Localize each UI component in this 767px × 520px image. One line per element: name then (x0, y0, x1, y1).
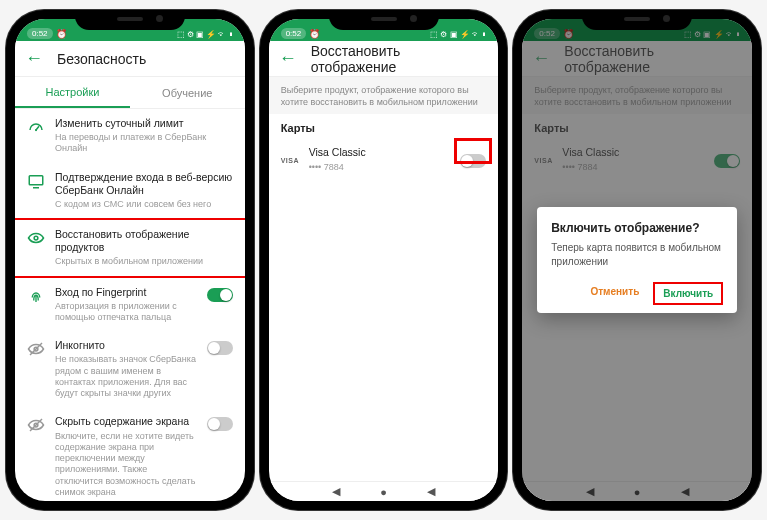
back-button[interactable]: ← (25, 48, 43, 69)
tab-settings[interactable]: Настройки (15, 77, 130, 108)
dialog-actions: Отменить Включить (551, 282, 723, 305)
status-time: 0:52 (27, 28, 53, 39)
row-hide-screen[interactable]: Скрыть содержание экрана Включите, если … (15, 407, 245, 501)
nav-home-icon[interactable]: ● (380, 486, 387, 498)
row-sub: Включите, если не хотите видеть содержан… (55, 431, 197, 499)
row-daily-limit[interactable]: Изменить суточный лимит На переводы и пл… (15, 109, 245, 163)
screen: 0:52⏰ ⬚ ⚙ ▣ ⚡ ᯤ ▮ ← Восстановить отображ… (269, 19, 499, 501)
cancel-button[interactable]: Отменить (582, 282, 647, 305)
gauge-icon (27, 118, 45, 136)
row-fingerprint[interactable]: Вход по Fingerprint Авторизация в прилож… (15, 278, 245, 332)
android-navbar: ◀ ● ◀ (269, 481, 499, 501)
row-sub: Не показывать значок СберБанка рядом с в… (55, 354, 197, 399)
row-label: Скрыть содержание экрана (55, 415, 197, 428)
card-row[interactable]: VISA Visa Classic •••• 7884 (269, 138, 499, 180)
row-label: Изменить суточный лимит (55, 117, 233, 130)
eye-icon (27, 229, 45, 247)
notch (582, 10, 692, 30)
phone-3: 0:52⏰ ⬚ ⚙ ▣ ⚡ ᯤ ▮ ← Восстановить отображ… (513, 10, 761, 510)
page-title: Восстановить отображение (311, 43, 489, 75)
notch (75, 10, 185, 30)
toggle-hide-screen[interactable] (207, 417, 233, 431)
phone-2: 0:52⏰ ⬚ ⚙ ▣ ⚡ ᯤ ▮ ← Восстановить отображ… (260, 10, 508, 510)
svg-point-2 (34, 236, 38, 240)
row-sub: С кодом из СМС или совсем без него (55, 199, 233, 210)
status-right-icons: ⬚ ⚙ ▣ ⚡ ᯤ ▮ (430, 30, 486, 39)
monitor-icon (27, 172, 45, 190)
card-name: Visa Classic (309, 146, 451, 159)
status-alarm-icon: ⏰ (309, 29, 320, 39)
highlight-box (454, 138, 492, 164)
page-title: Безопасность (57, 51, 146, 67)
fingerprint-icon (27, 287, 45, 305)
spacer (269, 181, 499, 481)
notch (329, 10, 439, 30)
ok-button[interactable]: Включить (653, 282, 723, 305)
visa-icon: VISA (281, 157, 299, 164)
settings-list: Изменить суточный лимит На переводы и пл… (15, 109, 245, 501)
row-label: Восстановить отображение продуктов (55, 228, 233, 254)
status-time: 0:52 (281, 28, 307, 39)
row-sub: Авторизация в приложении с помощью отпеч… (55, 301, 197, 324)
svg-rect-1 (29, 175, 43, 184)
toggle-fingerprint[interactable] (207, 288, 233, 302)
hint-text: Выберите продукт, отображение которого в… (269, 77, 499, 114)
app-bar: ← Восстановить отображение (269, 41, 499, 77)
status-alarm-icon: ⏰ (56, 29, 67, 39)
eye-off-icon (27, 416, 45, 434)
tabs: Настройки Обучение (15, 77, 245, 109)
dialog-title: Включить отображение? (551, 221, 723, 235)
row-incognito[interactable]: Инкогнито Не показывать значок СберБанка… (15, 331, 245, 407)
card-mask: •••• 7884 (309, 162, 451, 173)
nav-recent-icon[interactable]: ◀ (427, 485, 435, 498)
toggle-incognito[interactable] (207, 341, 233, 355)
status-right-icons: ⬚ ⚙ ▣ ⚡ ᯤ ▮ (177, 30, 233, 39)
screen: 0:52⏰ ⬚ ⚙ ▣ ⚡ ᯤ ▮ ← Безопасность Настрой… (15, 19, 245, 501)
eye-off-icon (27, 340, 45, 358)
section-cards: Карты (269, 114, 499, 138)
row-label: Подтверждение входа в веб-версию СберБан… (55, 171, 233, 197)
nav-back-icon[interactable]: ◀ (332, 485, 340, 498)
row-restore-display[interactable]: Восстановить отображение продуктов Скрыт… (15, 218, 245, 278)
row-sub: На переводы и платежи в СберБанк Онлайн (55, 132, 233, 155)
dialog-body: Теперь карта появится в мобильном прилож… (551, 241, 723, 268)
back-button[interactable]: ← (279, 48, 297, 69)
screen: 0:52⏰ ⬚ ⚙ ▣ ⚡ ᯤ ▮ ← Восстановить отображ… (522, 19, 752, 501)
app-bar: ← Безопасность (15, 41, 245, 77)
svg-point-0 (35, 129, 37, 131)
row-label: Инкогнито (55, 339, 197, 352)
confirm-dialog: Включить отображение? Теперь карта появи… (537, 207, 737, 313)
phone-1: 0:52⏰ ⬚ ⚙ ▣ ⚡ ᯤ ▮ ← Безопасность Настрой… (6, 10, 254, 510)
row-label: Вход по Fingerprint (55, 286, 197, 299)
modal-scrim[interactable]: Включить отображение? Теперь карта появи… (522, 19, 752, 501)
tab-learning[interactable]: Обучение (130, 77, 245, 108)
row-web-confirm[interactable]: Подтверждение входа в веб-версию СберБан… (15, 163, 245, 219)
row-sub: Скрытых в мобильном приложении (55, 256, 233, 267)
